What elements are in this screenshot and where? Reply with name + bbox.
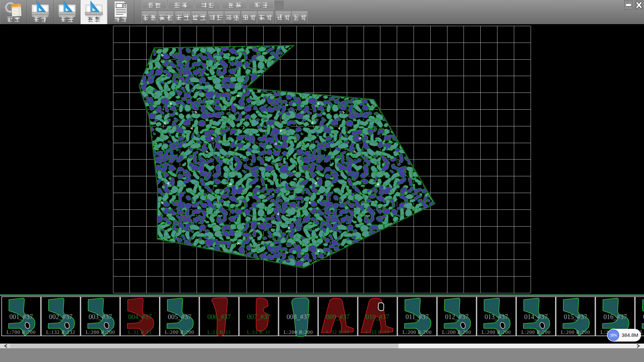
svg-text:L:33 R:33: L:33 R:33 xyxy=(366,329,389,335)
svg-text:006_#37: 006_#37 xyxy=(207,313,231,320)
svg-text:L:200 R:200: L:200 R:200 xyxy=(482,329,511,335)
svg-text:L:31 R:31: L:31 R:31 xyxy=(128,329,152,335)
svg-text:L:200 R:200: L:200 R:200 xyxy=(86,329,115,335)
svg-text:014_#37: 014_#37 xyxy=(524,313,548,320)
svg-text:L:200 R:200: L:200 R:200 xyxy=(561,329,590,335)
svg-text:010_#37: 010_#37 xyxy=(366,313,389,320)
svg-text:L:200 R:200: L:200 R:200 xyxy=(284,329,313,335)
svg-text:L:200 R:200: L:200 R:200 xyxy=(165,329,194,335)
svg-text:004_#37: 004_#37 xyxy=(128,313,152,320)
svg-text:L:700 R:700: L:700 R:700 xyxy=(6,329,36,335)
svg-text:003_#37: 003_#37 xyxy=(89,313,112,320)
svg-text:L:200 R:200: L:200 R:200 xyxy=(402,329,432,335)
svg-text:L:200 R:200: L:200 R:200 xyxy=(521,329,550,335)
svg-text:008_#37: 008_#37 xyxy=(286,313,310,320)
svg-text:005_#37: 005_#37 xyxy=(168,313,191,320)
svg-text:L:132 R:132: L:132 R:132 xyxy=(46,329,75,335)
svg-text:015_#37: 015_#37 xyxy=(564,313,587,320)
svg-text:L:31 R:31: L:31 R:31 xyxy=(247,329,270,335)
svg-text:009_#37: 009_#37 xyxy=(326,313,350,320)
svg-text:001_#37: 001_#37 xyxy=(9,313,33,320)
svg-text:012_#37: 012_#37 xyxy=(445,313,469,320)
svg-text:013_#37: 013_#37 xyxy=(485,313,508,320)
svg-text:011_#37: 011_#37 xyxy=(406,313,429,320)
svg-text:L:200 R:200: L:200 R:200 xyxy=(442,329,471,335)
svg-text:007_#37: 007_#37 xyxy=(247,313,270,320)
svg-text:002_#37: 002_#37 xyxy=(49,313,72,320)
svg-text:016_#37: 016_#37 xyxy=(603,313,627,320)
svg-text:L:21 R:21: L:21 R:21 xyxy=(207,329,231,335)
svg-text:L:32 R:31: L:32 R:31 xyxy=(326,329,350,335)
